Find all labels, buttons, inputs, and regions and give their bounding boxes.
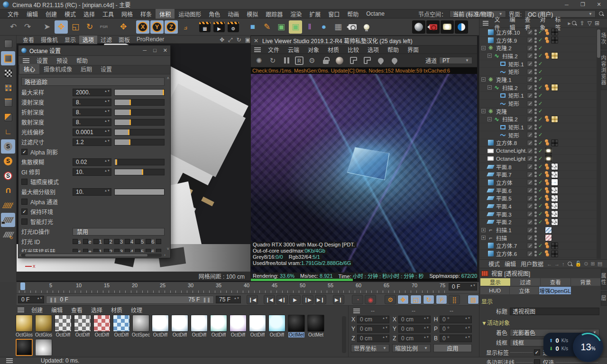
enabled-check-icon[interactable]: ✓ xyxy=(538,219,544,225)
object-row[interactable]: 平面.3✓ xyxy=(479,210,597,218)
enabled-check-icon[interactable]: ✓ xyxy=(538,148,544,154)
texture-tags[interactable] xyxy=(545,29,549,36)
light-id-mode-button[interactable]: 禁用 xyxy=(73,228,165,236)
attr-lock-icon[interactable]: 🔓 xyxy=(575,261,582,267)
edit-toggle[interactable] xyxy=(527,37,533,43)
lv-menu-云端[interactable]: 云端 xyxy=(284,45,303,55)
expander-icon[interactable]: − xyxy=(481,109,486,113)
menu-模式[interactable]: 模式 xyxy=(61,9,80,19)
setting-spinner[interactable]: 8.▲▼ xyxy=(73,118,111,126)
octane-settings-titlebar[interactable]: Octane 设置 ─ □ ✕ xyxy=(18,46,170,56)
attr-checkbox[interactable]: ✓ xyxy=(534,349,540,355)
menu-窗口[interactable]: 窗口 xyxy=(324,9,343,19)
material-thumbnail[interactable] xyxy=(551,139,558,146)
key-position-button[interactable]: ✥ xyxy=(397,295,409,304)
light-id-checkbox[interactable] xyxy=(73,239,78,244)
light-id-checkbox[interactable] xyxy=(104,239,109,244)
cube-primitive-icon[interactable]: ■ xyxy=(246,20,259,34)
frame-range-slider[interactable]: ❚❚0 F 75 F❚❚ xyxy=(46,296,214,304)
edit-toggle[interactable] xyxy=(527,227,533,233)
object-row[interactable]: −❋克隆✓ xyxy=(479,108,597,116)
om-add-icon[interactable]: ⊞ xyxy=(595,20,599,27)
coord-value-field[interactable]: 0 cm▲▼ xyxy=(357,325,389,333)
material-picker-icon[interactable] xyxy=(334,55,345,66)
om-filter-icon[interactable]: ▽ xyxy=(588,20,592,27)
z-lock-icon[interactable]: Z xyxy=(165,20,178,34)
enabled-check-icon[interactable]: ✓ xyxy=(538,29,544,35)
visibility-dots[interactable] xyxy=(534,109,537,114)
live-viewer-titlebar[interactable]: ✕ Live Viewer Studio 2019.1.2-R4 葛帅私塾汉化 … xyxy=(251,36,477,46)
render-settings-icon[interactable]: ⚙ xyxy=(227,20,240,34)
model-mode-icon[interactable] xyxy=(1,51,15,65)
material-item[interactable]: OctDiff xyxy=(230,315,247,337)
object-row[interactable]: −∿扫描.2✓ xyxy=(479,84,597,92)
enabled-check-icon[interactable]: ✓ xyxy=(538,172,544,178)
texture-tags[interactable] xyxy=(545,116,549,122)
edit-toggle[interactable] xyxy=(527,45,533,51)
viewport-menu-ProRender[interactable]: ProRender xyxy=(133,36,167,43)
side-tab-属性[interactable]: 属性 xyxy=(601,269,607,290)
material-menu-查看[interactable]: 查看 xyxy=(67,305,86,315)
material-item[interactable]: OctDiff xyxy=(74,315,91,337)
x-lock-icon[interactable]: X xyxy=(136,20,149,34)
coord-value-field[interactable]: 0 cm▲▼ xyxy=(398,325,431,333)
coord-mode-select[interactable]: 缩放比例▼ xyxy=(392,344,431,352)
object-row[interactable]: 〜矩形✓ xyxy=(479,131,597,139)
setting-spinner[interactable]: 2000.▲▼ xyxy=(73,89,111,96)
hamburger-icon[interactable] xyxy=(353,309,360,313)
menu-工具[interactable]: 工具 xyxy=(99,9,118,19)
setting-slider[interactable] xyxy=(114,119,165,126)
zoom-view-icon[interactable]: ⤢ xyxy=(228,36,233,43)
viewport-menu-过滤[interactable]: 过滤 xyxy=(97,36,115,44)
light-id-checkbox[interactable] xyxy=(93,249,99,252)
edit-toggle[interactable] xyxy=(527,211,533,217)
settings-gear-icon[interactable]: ⚙ xyxy=(307,55,317,66)
section-active-object[interactable]: ▼活动对象 xyxy=(479,316,601,328)
scroll-right-icon[interactable]: › xyxy=(164,253,166,257)
edit-toggle[interactable] xyxy=(527,251,533,257)
setting-spinner[interactable]: 0.02▲▼ xyxy=(73,158,111,166)
workplane-icon[interactable] xyxy=(1,198,15,212)
menu-帮助[interactable]: 帮助 xyxy=(343,9,362,19)
visibility-dots[interactable] xyxy=(534,116,537,122)
visibility-dots[interactable] xyxy=(534,195,537,201)
setting-slider[interactable] xyxy=(114,159,165,165)
visibility-dots[interactable] xyxy=(534,45,537,51)
light-id-checkbox[interactable] xyxy=(93,239,99,244)
render-view-icon[interactable]: ▦ xyxy=(198,20,212,34)
search-icon[interactable] xyxy=(598,11,604,17)
prev-frame-button[interactable]: ◀❙ xyxy=(276,295,288,304)
enabled-check-icon[interactable]: ✓ xyxy=(538,124,544,130)
nav-forward-icon[interactable]: → xyxy=(554,261,560,267)
material-scrollbar[interactable] xyxy=(342,316,346,353)
object-row[interactable]: −❋克隆.2✓ xyxy=(479,44,597,52)
expander-icon[interactable]: − xyxy=(481,77,486,82)
timeline-ruler[interactable]: 051015202530354045505560657075 0 F▲▼ xyxy=(17,282,479,294)
octane-sphere-icon[interactable] xyxy=(412,20,425,34)
octane-tab-后期[interactable]: 后期 xyxy=(76,64,96,74)
keyframe-settings-button[interactable]: ⚙ xyxy=(385,295,396,304)
lock-workplane-icon[interactable] xyxy=(1,213,15,227)
render-image[interactable]: Quadro RTX 3000 with Max-Q Design [PDT. … xyxy=(251,74,477,273)
scroll-left-icon[interactable]: ‹ xyxy=(19,253,21,257)
object-row[interactable]: 立方体.10✓ xyxy=(479,28,597,36)
point-mode-icon[interactable] xyxy=(1,81,15,95)
timeline-window-button[interactable]: ▤ xyxy=(468,295,479,304)
pan-view-icon[interactable]: ✥ xyxy=(220,36,224,43)
material-menu-材质[interactable]: 材质 xyxy=(107,305,126,315)
enabled-check-icon[interactable]: ✓ xyxy=(538,92,544,99)
rotate-tool-icon[interactable]: ↻ xyxy=(83,20,96,34)
texture-mode-icon[interactable] xyxy=(1,66,15,80)
attr-tab-过滤[interactable]: 过滤 xyxy=(511,278,541,286)
setting-spinner[interactable]: 1.2▲▼ xyxy=(73,138,111,146)
region-render-icon[interactable] xyxy=(348,55,359,66)
setting-slider[interactable] xyxy=(114,139,165,146)
light-id-checkbox[interactable] xyxy=(73,249,78,252)
material-item[interactable] xyxy=(35,339,52,356)
magnet-icon[interactable]: U xyxy=(1,183,15,198)
edit-toggle[interactable] xyxy=(527,76,533,82)
material-thumbnail[interactable] xyxy=(545,227,552,234)
select-tool-icon[interactable]: ➤ xyxy=(40,20,54,34)
edit-toggle[interactable] xyxy=(527,53,533,59)
enabled-check-icon[interactable]: ✓ xyxy=(538,100,544,107)
